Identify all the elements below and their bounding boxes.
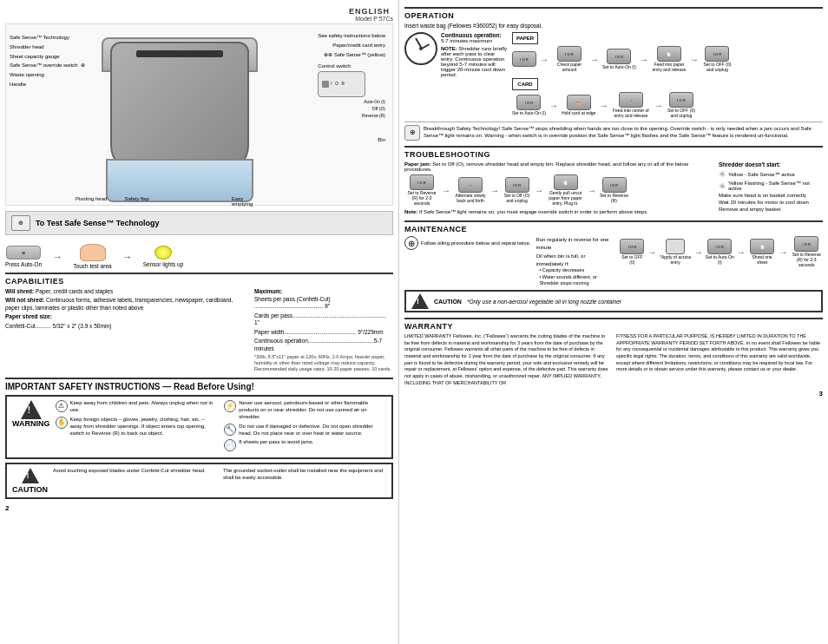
warning-item-2: ✋ Keep foreign objects – gloves, jewelry… (56, 417, 218, 437)
step-card-set-off: I O R Set to OFF (0) and unplug (666, 92, 696, 118)
troubleshooting-title: TROUBLESHOOTING (404, 150, 823, 159)
diagram-right-labels: See safety instructions below Paper/cred… (318, 31, 385, 145)
step-set-off: I O R Set to OFF (0) and unplug (702, 46, 733, 72)
caution-triangle (22, 468, 39, 483)
arrow-c3: → (654, 101, 662, 110)
step1-label: Press Auto-On (5, 261, 42, 267)
trouble-right-item-4: Wait 20 minutes for motor to cool down (719, 200, 823, 205)
caution-banner-triangle (411, 293, 429, 309)
tarrow-3: → (535, 186, 543, 195)
continuous-time: 5-7 minutes maximum (441, 38, 509, 43)
diagram-left-labels: Safe Sense™ Technology Shredder head She… (10, 33, 85, 89)
paper-machine-5: I O R (705, 46, 729, 62)
trouble-note-text: If Safe Sense™ light remains on, you mus… (419, 209, 648, 214)
confetti-size: 5/32" x 2" (3.9 x 50mm) (53, 323, 112, 329)
run-label: Run regularly in reverse for one minute (536, 236, 614, 251)
will-shred-label: Will shred: (5, 288, 34, 294)
trouble-step-3-label: Set to Off (O) and unplug (502, 193, 532, 203)
paper-machine-1: I O R (512, 51, 536, 67)
warning-item-5: 📄 8 sheets per pass to avoid jams. (224, 439, 386, 451)
control-switch-label: Control switch (318, 62, 385, 71)
diagram-bottom-labels: Pivoting head Safety flap Easy emptying (76, 196, 149, 201)
maint-step-apply: *Apply of across entry (659, 239, 692, 265)
warranty-col-left: LIMITED WARRANTY Fellowes, Inc. ("Fellow… (404, 333, 611, 387)
trouble-right-text-1: Yellow - Safe Sense™ active (728, 172, 795, 177)
page-num-left: 2 (5, 504, 393, 512)
step-auto-on: I O R Set to Auto-On (I) (602, 49, 636, 69)
operation-title: OPERATION (404, 11, 823, 20)
warning-item-4: 🔧 Do not use if damaged or defective. Do… (224, 424, 386, 437)
marrow-1: → (647, 247, 656, 257)
maint-step-2-label: Set to Auto-On (I) (706, 254, 734, 265)
hold-card-label: Hold card at edge (562, 110, 595, 115)
step3-light-illus (154, 246, 172, 260)
op-paper-diagram: PAPER I O R → I O R Check paper amount → (512, 32, 823, 118)
operation-diagram: Continuous operation: 5-7 minutes maximu… (404, 32, 823, 118)
maint-step-3-label: Shred one sheet (748, 254, 777, 265)
safe-sense-step2: Touch test area (73, 244, 111, 269)
trouble-right-item-2: ✳ Yellow Flashing - Safe Sense™ not acti… (719, 181, 823, 191)
paper-machine-4: 📄 (657, 46, 681, 62)
step1-btn-illus: ⊕ (6, 246, 41, 260)
label-safe-sense-tech: Safe Sense™ Technology (10, 33, 85, 43)
warning-bullet-4: 🔧 (224, 424, 236, 436)
trouble-machine-3: I O R (505, 177, 529, 193)
card-machine-4: I O R (669, 92, 693, 108)
label-override-switch: Safe Sense™ override switch ⊕ (10, 61, 85, 70)
paper-machine-2: I O R (557, 46, 582, 62)
label-pivoting-head: Pivoting head (76, 196, 107, 201)
label-safety-instructions: See safety instructions below (318, 31, 385, 41)
warranty-content: LIMITED WARRANTY Fellowes, Inc. ("Fellow… (404, 333, 823, 387)
maint-step-3: 📄 Shred one sheet (748, 239, 777, 265)
marrow-2: → (694, 247, 703, 257)
warning-bullet-3: ⚡ (224, 400, 236, 412)
capabilities-right: Maximum: Sheets per pass (Confetti-Cut) … (254, 288, 393, 372)
trouble-step-4-label: Gently pull uncut paper from paper entry… (546, 190, 585, 206)
label-handle: Handle (10, 80, 85, 89)
card-set-off-label: Set to OFF (0) and unplug (666, 108, 696, 118)
warning-content: ⚠ Keep away from children and pets. Alwa… (56, 400, 387, 454)
warning-col-left: ⚠ Keep away from children and pets. Alwa… (56, 400, 218, 454)
trouble-right-item-5: Remove and empty basket (719, 207, 823, 212)
arrow-p2: → (590, 55, 599, 64)
label-shredder-head: Shredder head (10, 43, 85, 52)
doesnt-start-label: Shredder doesn't start: (719, 161, 823, 168)
step-feed-card: ↓ Feed into center of entry and release (611, 92, 650, 118)
clock-center (419, 47, 423, 50)
control-switch-positions: Auto-On (I) Off (O) Reverse (R) (318, 98, 385, 119)
voltage-note: *20lb, 8.5"x11" paper at 120v, 60Hz, 2.0… (254, 354, 393, 372)
oiling-text: Follow oiling procedure below and repeat… (421, 240, 530, 246)
warning-text-3: Never use aerosol, petroleum-based or ot… (239, 400, 386, 420)
arrow1: → (52, 251, 62, 263)
warning-symbol-area: WARNING (12, 400, 50, 428)
warning-col-right: ⚡ Never use aerosol, petroleum-based or … (224, 400, 386, 454)
arrow-p3: → (640, 55, 648, 64)
warning-label: WARNING (12, 419, 50, 428)
paper-machine-3: I O R (607, 49, 631, 64)
trouble-machine-4: 📄 (554, 174, 578, 190)
step-card-auto-on: I O R Set to Auto-On (I) (512, 95, 546, 115)
warning-text-5: 8 sheets per pass to avoid jams. (239, 439, 313, 451)
capabilities-title: CAPABILITIES (5, 277, 393, 286)
safety-section: IMPORTANT SAFETY INSTRUCTIONS — Read Bef… (5, 378, 393, 499)
card-label: CARD (512, 78, 538, 90)
maint-machine-4: I O R (794, 236, 818, 252)
will-not-shred-label: Will not shred: (5, 297, 44, 303)
trouble-step-1: I O R Set to Reverse (R) for 2-3 seconds (404, 174, 439, 206)
caution-content: Avoid touching exposed blades under Conf… (53, 468, 386, 484)
maint-step-4: I O R Set to Reverse (R) for 2-3 seconds (790, 236, 823, 267)
troubleshooting-section: TROUBLESHOOTING Paper jam: Set to Off (O… (404, 146, 823, 215)
safe-sense-steps: ⊕ Press Auto-On → Touch test area → Sens… (5, 240, 393, 273)
page: ENGLISH Model P 57Cs Safe Sense™ Technol… (0, 0, 828, 644)
operation-intro: Insert waste bag (Fellowes #360052) for … (404, 23, 823, 29)
control-switch-area: Control switch I O R Auto-On (I) Off (O)… (318, 62, 385, 119)
continuous-label: Continuous operation: (441, 32, 509, 38)
caution-banner-text: CAUTION (434, 299, 462, 305)
cards-per-pass: Cards per pass..........................… (254, 312, 393, 327)
maint-step-4-label: Set to Reverse (R) for 2-3 seconds (790, 252, 823, 267)
maint-machine-1: I O R (620, 239, 644, 254)
paper-shred-label: Paper shred size: (5, 313, 52, 319)
arrow-p1: → (540, 55, 549, 64)
arrow-c2: → (599, 101, 608, 110)
card-machine-3: ↓ (619, 92, 643, 108)
